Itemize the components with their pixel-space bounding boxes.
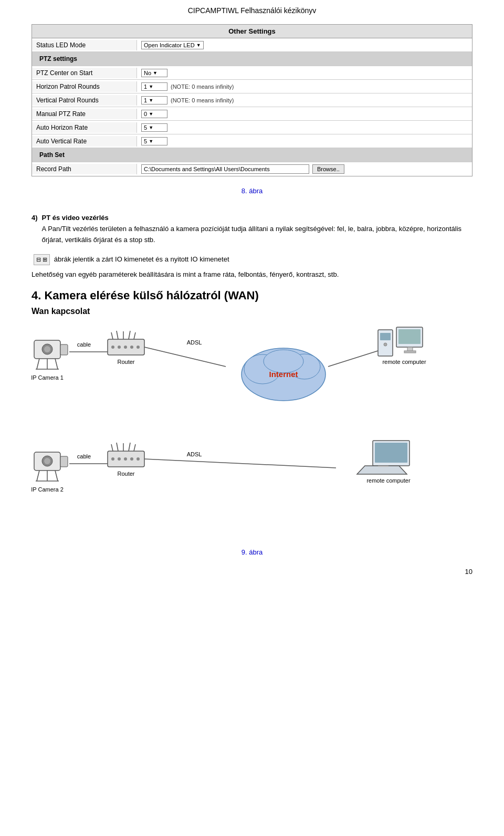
svg-rect-65: [375, 443, 407, 463]
fig8-caption: 8. ábra: [32, 187, 472, 195]
svg-rect-37: [404, 351, 416, 353]
select-ptzcenter-arrow: ▼: [153, 70, 158, 76]
label-led: Status LED Mode: [32, 40, 137, 50]
svg-line-45: [55, 471, 58, 481]
value-horizon: 1 ▼ (NOTE: 0 means infinity): [137, 81, 472, 92]
label-pathset-section: Path Set: [35, 150, 140, 160]
value-auto-vertical: 5 ▼: [137, 135, 472, 147]
select-led-arrow: ▼: [196, 43, 201, 48]
wan-title: 4. Kamera elérése külső hálózatról (WAN): [32, 289, 472, 302]
svg-line-13: [117, 331, 118, 339]
note-horizon: (NOTE: 0 means infinity): [171, 83, 234, 90]
select-auto-horizon[interactable]: 5 ▼: [141, 123, 167, 132]
note-vertical: (NOTE: 0 means infinity): [171, 97, 234, 103]
svg-point-20: [130, 346, 133, 349]
svg-line-63: [144, 459, 336, 468]
svg-point-21: [136, 346, 140, 349]
svg-text:cable: cable: [77, 341, 91, 348]
svg-point-17: [111, 346, 114, 349]
select-vertical[interactable]: 1 ▼: [141, 96, 167, 104]
svg-point-58: [124, 457, 127, 461]
svg-line-43: [37, 471, 39, 481]
select-manual-ptz-value: 0: [144, 111, 147, 117]
svg-line-16: [134, 332, 135, 339]
svg-rect-32: [380, 333, 391, 340]
svg-text:IP Camera  2: IP Camera 2: [32, 486, 64, 493]
select-vertical-arrow: ▼: [149, 98, 153, 103]
network-diagram-2: IP Camera 2 cable Router ADSL: [32, 436, 472, 543]
svg-line-15: [129, 331, 130, 339]
label-recordpath: Record Path: [32, 164, 137, 174]
section4-num: 4): [32, 214, 38, 222]
value-manual-ptz: 0 ▼: [137, 108, 472, 120]
settings-row-ptzcenter: PTZ Center on Start No ▼: [32, 66, 472, 80]
value-vertical: 1 ▼ (NOTE: 0 means infinity): [137, 95, 472, 106]
diagram-svg-2: IP Camera 2 cable Router ADSL: [32, 436, 472, 541]
select-manual-ptz-arrow: ▼: [149, 111, 153, 117]
svg-text:remote computer: remote computer: [366, 477, 410, 484]
settings-row-manual-ptz: Manual PTZ Rate 0 ▼: [32, 107, 472, 121]
select-auto-horizon-value: 5: [144, 124, 147, 131]
svg-rect-66: [378, 466, 388, 467]
select-manual-ptz[interactable]: 0 ▼: [141, 110, 167, 118]
section4-para2: ábrák jelentik a zárt IO kimenetet és a …: [54, 255, 229, 263]
svg-text:IP Camera 1: IP Camera 1: [32, 374, 64, 381]
select-auto-vertical-value: 5: [144, 138, 147, 144]
select-led[interactable]: Open Indicator LED ▼: [141, 41, 204, 49]
diagram-svg-1: IP Camera 1 cable Router ADSL: [32, 325, 472, 430]
settings-table: Other Settings Status LED Mode Open Indi…: [32, 24, 472, 176]
svg-line-4: [37, 359, 39, 369]
value-led: Open Indicator LED ▼: [137, 39, 472, 51]
label-horizon: Horizon Patrol Rounds: [32, 81, 137, 92]
path-input[interactable]: C:\Documents and Settings\All Users\Docu…: [141, 164, 309, 174]
select-horizon-arrow: ▼: [149, 84, 153, 89]
section4-para1: A Pan/Tilt vezérlés területen a felhaszn…: [42, 224, 472, 246]
label-manual-ptz: Manual PTZ Rate: [32, 109, 137, 119]
section4-icon-para: ⊟ ⊞ ábrák jelentik a zárt IO kimenetet é…: [32, 254, 472, 266]
settings-row-auto-horizon: Auto Horizon Rate 5 ▼: [32, 121, 472, 134]
svg-text:Internet: Internet: [269, 370, 298, 379]
svg-line-24: [144, 347, 226, 367]
section4-heading: PT és video vezérlés: [42, 214, 472, 222]
value-auto-horizon: 5 ▼: [137, 122, 472, 133]
svg-rect-35: [398, 329, 421, 344]
svg-point-57: [118, 457, 121, 461]
select-ptzcenter-value: No: [144, 70, 151, 76]
content-area: Other Settings Status LED Mode Open Indi…: [0, 19, 504, 214]
svg-text:Router: Router: [117, 359, 134, 365]
svg-rect-42: [60, 456, 68, 467]
closed-io-icon: ⊟ ⊞: [34, 254, 50, 266]
section-pathset: Path Set: [32, 148, 472, 162]
settings-row-led: Status LED Mode Open Indicator LED ▼: [32, 38, 472, 52]
svg-point-18: [118, 346, 121, 349]
select-auto-vertical-arrow: ▼: [149, 139, 153, 144]
value-recordpath: C:\Documents and Settings\All Users\Docu…: [137, 163, 472, 175]
label-ptzcenter: PTZ Center on Start: [32, 68, 137, 78]
browse-button[interactable]: Browse..: [312, 164, 344, 174]
svg-line-12: [111, 332, 113, 339]
select-vertical-value: 1: [144, 97, 147, 103]
svg-line-30: [328, 351, 378, 367]
label-auto-horizon: Auto Horizon Rate: [32, 122, 137, 133]
page-number: 10: [0, 562, 504, 581]
svg-line-6: [55, 359, 58, 369]
settings-row-auto-vertical: Auto Vertical Rate 5 ▼: [32, 134, 472, 148]
label-vertical: Vertical Patrol Rounds: [32, 95, 137, 106]
svg-point-19: [124, 346, 127, 349]
select-ptzcenter[interactable]: No ▼: [141, 69, 167, 77]
select-auto-vertical[interactable]: 5 ▼: [141, 137, 167, 145]
header-title: CIPCAMPTIWL Felhasználói kézikönyv: [188, 6, 317, 15]
label-auto-vertical: Auto Vertical Rate: [32, 136, 137, 147]
settings-row-recordpath: Record Path C:\Documents and Settings\Al…: [32, 162, 472, 176]
section4-para3: Lehetőség van egyéb paraméterek beállítá…: [32, 269, 472, 280]
select-horizon[interactable]: 1 ▼: [141, 82, 167, 91]
svg-point-59: [130, 457, 133, 461]
svg-line-51: [111, 444, 113, 451]
svg-line-52: [117, 443, 118, 451]
svg-rect-3: [60, 344, 68, 355]
svg-point-33: [384, 343, 387, 346]
svg-point-41: [44, 458, 50, 464]
svg-text:ADSL: ADSL: [187, 339, 202, 346]
settings-table-title: Other Settings: [32, 25, 472, 38]
select-horizon-value: 1: [144, 83, 147, 90]
